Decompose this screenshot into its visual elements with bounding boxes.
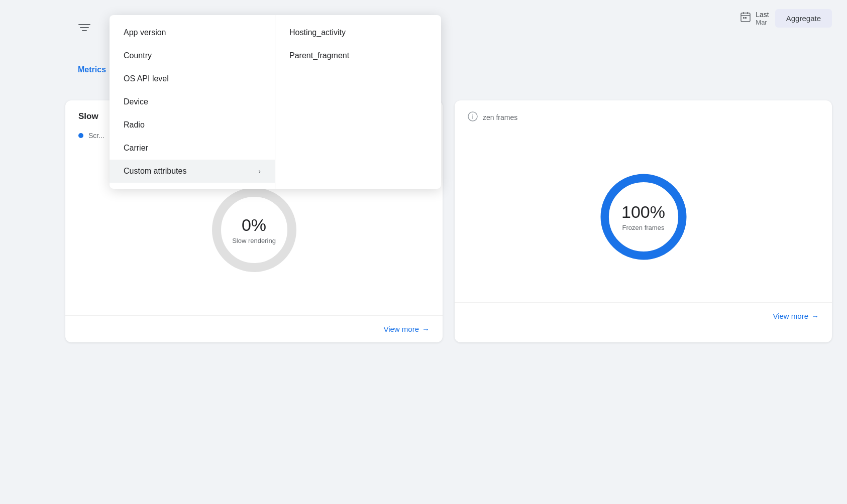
chart-center-slow: 0% Slow rendering bbox=[232, 215, 276, 244]
top-bar: Last Mar Aggregate bbox=[724, 0, 847, 37]
dropdown-right-column: Hosting_activity Parent_fragment bbox=[275, 15, 441, 189]
slow-chart-container: 0% Slow rendering bbox=[204, 180, 304, 280]
slow-sublabel: Slow rendering bbox=[232, 237, 276, 244]
card-body-frozen: 100% Frozen frames bbox=[455, 132, 832, 302]
menu-item-parent-fragment[interactable]: Parent_fragment bbox=[275, 44, 441, 67]
svg-text:i: i bbox=[472, 113, 474, 120]
menu-item-carrier[interactable]: Carrier bbox=[110, 137, 275, 160]
legend-dot-slow bbox=[78, 133, 83, 138]
filter-icon-area[interactable] bbox=[78, 23, 91, 36]
svg-rect-4 bbox=[743, 17, 745, 19]
frozen-frames-card: i zen frames 100% Frozen frames bbox=[455, 100, 832, 342]
chart-center-frozen: 100% Frozen frames bbox=[621, 202, 665, 231]
calendar-icon bbox=[739, 11, 752, 26]
card-title-slow: Slow bbox=[78, 111, 98, 121]
view-more-frozen[interactable]: View more → bbox=[773, 312, 819, 320]
dropdown-menu: App version Country OS API level Device … bbox=[110, 15, 441, 189]
mar-label: Mar bbox=[756, 19, 769, 26]
calendar-area: Last Mar bbox=[739, 11, 769, 26]
frozen-percent: 100% bbox=[621, 202, 665, 222]
menu-item-hosting-activity[interactable]: Hosting_activity bbox=[275, 21, 441, 44]
card-footer-slow: View more → bbox=[65, 315, 443, 342]
menu-item-app-version[interactable]: App version bbox=[110, 21, 275, 44]
menu-item-os-api-level[interactable]: OS API level bbox=[110, 67, 275, 90]
calendar-labels: Last Mar bbox=[756, 11, 769, 26]
screen-label-slow: Scr... bbox=[88, 132, 104, 140]
card-header-frozen: i zen frames bbox=[455, 100, 832, 132]
arrow-right-icon-frozen: → bbox=[811, 312, 819, 320]
frames-label-frozen: zen frames bbox=[483, 113, 517, 121]
card-footer-frozen: View more → bbox=[455, 302, 832, 329]
info-icon-frozen: i bbox=[468, 111, 478, 123]
menu-item-radio[interactable]: Radio bbox=[110, 113, 275, 137]
aggregate-button[interactable]: Aggregate bbox=[775, 9, 832, 28]
last-label: Last bbox=[756, 11, 769, 19]
frozen-chart-container: 100% Frozen frames bbox=[588, 162, 699, 272]
menu-item-country[interactable]: Country bbox=[110, 44, 275, 67]
filter-icon[interactable] bbox=[78, 23, 91, 36]
frozen-sublabel: Frozen frames bbox=[621, 224, 665, 231]
slow-percent: 0% bbox=[232, 215, 276, 235]
metrics-label: Metrics bbox=[78, 65, 106, 74]
svg-rect-5 bbox=[745, 17, 747, 19]
menu-item-custom-attributes[interactable]: Custom attributes › bbox=[110, 160, 275, 183]
chevron-right-icon: › bbox=[258, 167, 261, 175]
menu-item-device[interactable]: Device bbox=[110, 90, 275, 113]
dropdown-left-column: App version Country OS API level Device … bbox=[110, 15, 275, 189]
arrow-right-icon: → bbox=[422, 325, 430, 333]
view-more-slow[interactable]: View more → bbox=[383, 325, 430, 333]
